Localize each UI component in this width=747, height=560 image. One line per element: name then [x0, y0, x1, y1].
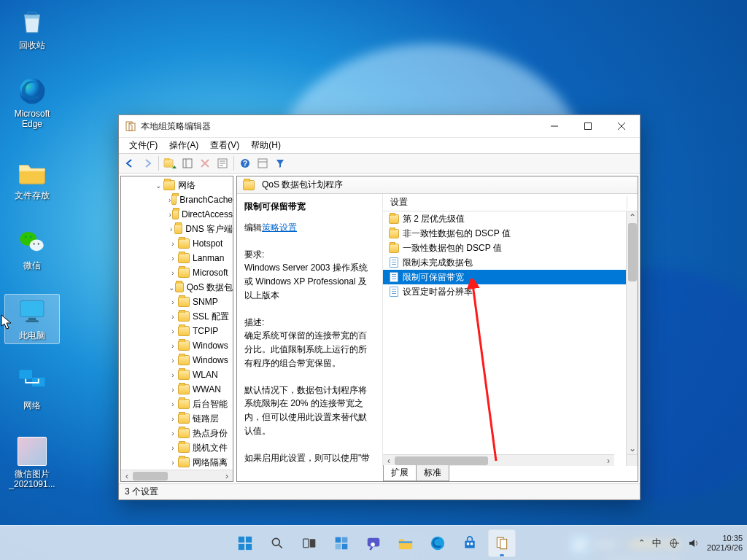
expand-icon[interactable]: ›: [168, 400, 178, 408]
list-item[interactable]: 一致性数据包的 DSCP 值: [383, 241, 638, 255]
tree-node[interactable]: ›SSL 配置: [121, 309, 233, 324]
tree-node[interactable]: ›BranchCache: [121, 192, 233, 207]
network-tray-icon[interactable]: [669, 537, 681, 549]
maximize-button[interactable]: [571, 115, 605, 137]
scrollbar-thumb[interactable]: [628, 223, 637, 281]
tree-node-network[interactable]: ⌄ 网络: [121, 178, 233, 192]
clock[interactable]: 10:35 2021/9/26: [707, 534, 743, 551]
list-item[interactable]: 设置定时器分辨率: [383, 284, 638, 299]
scrollbar-thumb[interactable]: [133, 472, 168, 481]
menu-action[interactable]: 操作(A): [163, 138, 204, 153]
tree-node[interactable]: ›WWAN: [121, 382, 233, 397]
search-button[interactable]: [263, 529, 291, 557]
desktop-icon-edge[interactable]: Microsoft Edge: [4, 76, 60, 130]
tree-horizontal-scrollbar[interactable]: ‹ ›: [121, 470, 233, 481]
list-item[interactable]: 限制未完成数据包: [383, 255, 638, 270]
widgets-button[interactable]: [328, 529, 355, 557]
policy-tree[interactable]: ⌄ 网络 ›BranchCache›DirectAccess›DNS 客户端›H…: [121, 176, 233, 471]
start-button[interactable]: [231, 529, 259, 557]
tree-node[interactable]: ›Windows: [121, 338, 233, 353]
list-item[interactable]: 非一致性数据包的 DSCP 值: [383, 226, 638, 241]
expand-icon[interactable]: ›: [168, 298, 178, 306]
forward-button[interactable]: [139, 155, 155, 171]
expand-icon[interactable]: ›: [168, 342, 178, 350]
scroll-down-icon[interactable]: ⌄: [627, 443, 638, 454]
show-hide-tree-button[interactable]: [179, 155, 196, 171]
tree-node[interactable]: ›脱机文件: [121, 440, 233, 455]
tree-node[interactable]: ›Microsoft: [121, 265, 233, 280]
tree-node[interactable]: ›链路层: [121, 411, 233, 426]
file-explorer-button[interactable]: [392, 529, 419, 557]
tree-node[interactable]: ›网络隔离: [121, 455, 233, 470]
expand-icon[interactable]: ›: [168, 225, 174, 233]
edit-policy-link[interactable]: 策略设置: [262, 222, 297, 233]
scroll-right-icon[interactable]: ›: [221, 470, 233, 481]
tab-extended[interactable]: 扩展: [383, 465, 417, 481]
expand-icon[interactable]: ⌄: [168, 284, 175, 292]
volume-tray-icon[interactable]: [688, 537, 700, 549]
desktop-icon-wechat[interactable]: 微信: [4, 226, 60, 272]
tray-chevron-icon[interactable]: ⌃: [638, 538, 645, 548]
scroll-left-icon[interactable]: ‹: [121, 470, 133, 481]
menu-view[interactable]: 查看(V): [204, 138, 245, 153]
expand-icon[interactable]: ›: [168, 371, 178, 379]
expand-icon[interactable]: ›: [168, 357, 178, 365]
desktop-icon-network[interactable]: 网络: [4, 366, 60, 412]
help-button[interactable]: ?: [237, 155, 253, 171]
expand-icon[interactable]: ›: [168, 386, 178, 394]
gpedit-taskbar-button[interactable]: [488, 529, 516, 557]
expand-icon[interactable]: ›: [168, 269, 178, 277]
tree-node[interactable]: ›DNS 客户端: [121, 222, 233, 236]
expand-icon[interactable]: ›: [168, 444, 178, 452]
settings-list[interactable]: 第 2 层优先级值非一致性数据包的 DSCP 值一致性数据包的 DSCP 值限制…: [383, 211, 638, 454]
expand-icon[interactable]: ›: [168, 327, 178, 335]
up-button[interactable]: [162, 155, 178, 171]
task-view-button[interactable]: [295, 529, 323, 557]
tree-node[interactable]: ⌄QoS 数据包: [121, 280, 233, 295]
tree-node[interactable]: ›Windows: [121, 353, 233, 368]
desktop-icon-recycle-bin[interactable]: 回收站: [4, 6, 60, 52]
tree-node[interactable]: ›Hotspot: [121, 236, 233, 251]
expand-icon[interactable]: ›: [168, 313, 178, 321]
collapse-icon[interactable]: ⌄: [153, 182, 163, 190]
back-button[interactable]: [122, 155, 138, 171]
list-item[interactable]: 限制可保留带宽: [383, 270, 638, 284]
list-item[interactable]: 第 2 层优先级值: [383, 211, 638, 226]
minimize-button[interactable]: [538, 115, 571, 137]
tree-node[interactable]: ›SNMP: [121, 295, 233, 309]
taskbar[interactable]: ⌃ 中 10:35 2021/9/26: [0, 525, 747, 560]
tree-node[interactable]: ›WLAN: [121, 368, 233, 382]
desktop-icon-folder[interactable]: 文件存放: [4, 156, 60, 202]
expand-icon[interactable]: ›: [168, 459, 178, 467]
ime-icon[interactable]: 中: [652, 537, 662, 550]
vertical-scrollbar[interactable]: ⌃ ⌄: [626, 211, 638, 454]
filter-button[interactable]: [272, 155, 288, 171]
menu-file[interactable]: 文件(F): [123, 138, 163, 153]
scroll-up-icon[interactable]: ⌃: [627, 211, 638, 223]
tree-node[interactable]: ›后台智能: [121, 397, 233, 411]
close-button[interactable]: [605, 115, 638, 137]
tab-standard[interactable]: 标准: [416, 465, 449, 481]
titlebar[interactable]: 本地组策略编辑器: [119, 115, 640, 137]
scrollbar-thumb[interactable]: [395, 456, 488, 465]
desktop-icon-image[interactable]: 微信图片_2021091...: [4, 436, 60, 490]
store-button[interactable]: [456, 529, 484, 557]
edge-taskbar-button[interactable]: [424, 529, 452, 557]
scroll-right-icon[interactable]: ›: [603, 455, 614, 466]
chat-button[interactable]: [360, 529, 387, 557]
system-tray[interactable]: ⌃ 中 10:35 2021/9/26: [638, 534, 743, 551]
desktop-icon-this-pc[interactable]: 此电脑: [4, 294, 60, 344]
options-button[interactable]: [255, 155, 271, 171]
tree-node[interactable]: ›DirectAccess: [121, 207, 233, 222]
horizontal-scrollbar[interactable]: ‹ ›: [383, 454, 614, 466]
tree-node[interactable]: ›热点身份: [121, 426, 233, 440]
column-header[interactable]: 设置: [383, 194, 638, 211]
scroll-left-icon[interactable]: ‹: [383, 455, 395, 466]
expand-icon[interactable]: ›: [168, 415, 178, 423]
menu-help[interactable]: 帮助(H): [245, 138, 287, 153]
tree-node[interactable]: ›Lanman: [121, 251, 233, 265]
tree-node[interactable]: ›TCPIP: [121, 324, 233, 338]
expand-icon[interactable]: ›: [168, 254, 178, 262]
delete-button[interactable]: [197, 155, 213, 171]
expand-icon[interactable]: ›: [168, 240, 178, 248]
